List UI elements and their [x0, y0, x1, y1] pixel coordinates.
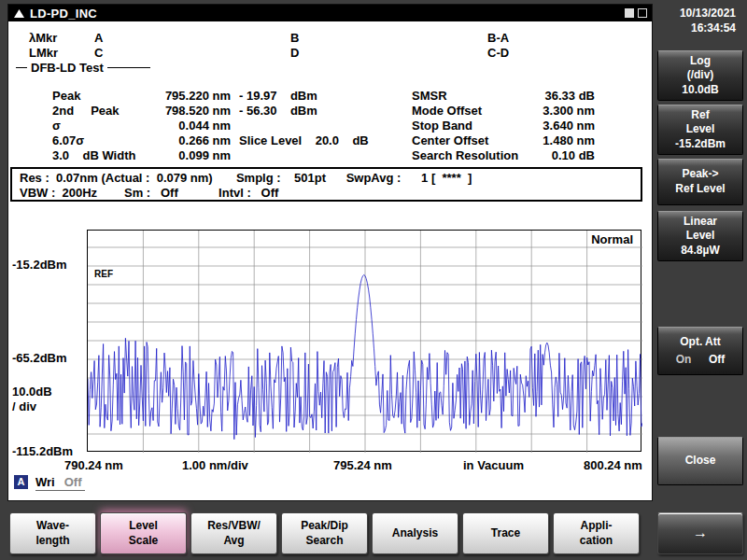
spectrum-trace [88, 231, 642, 453]
fkey-application[interactable]: Appli- cation [553, 512, 640, 554]
trace-mode-write: Wri [35, 475, 55, 489]
fkey-level-scale-line2: Scale [129, 534, 158, 549]
opt-att-toggle: On Off [658, 353, 742, 368]
fkey-peak-dip-search-line1: Peak/Dip [301, 519, 348, 534]
x-axis-center-label: 795.24 nm [333, 458, 392, 472]
measurement-window: LD-PD_INC λMkr A B B-A LMkr C D C-D DFB-… [7, 4, 653, 501]
date-text: 10/13/2021 [652, 6, 736, 21]
softkey-peak-to-ref-level[interactable]: Peak-> Ref Level [657, 159, 743, 205]
sigma-label: σ [52, 119, 61, 133]
section-rule-right [107, 67, 150, 68]
x-axis-start-label: 790.24 nm [64, 458, 123, 472]
y-axis-min-label: -115.2dBm [12, 444, 73, 458]
second-peak-level-value: - 56.30 dBm [239, 104, 317, 118]
datetime-display: 10/13/2021 16:34:54 [652, 6, 741, 35]
x-axis-stop-label: 800.24 nm [584, 458, 642, 472]
softkey-linear-line3: 84.8µW [681, 244, 720, 259]
trace-write-status: WriOff [35, 475, 85, 491]
fkey-trace[interactable]: Trace [462, 512, 549, 554]
softkey-close[interactable]: Close [657, 437, 743, 485]
peak-label: Peak [52, 89, 80, 103]
six-sigma-value: 0.266 nm [102, 133, 231, 147]
search-resolution-value: 0.10 dB [457, 148, 595, 162]
softkey-peakref-line2: Ref Level [675, 182, 725, 197]
window-title: LD-PD_INC [30, 7, 97, 21]
smsr-value: 36.33 dB [457, 89, 595, 103]
sigma-value: 0.044 nm [102, 119, 231, 133]
fkey-trace-line1: Trace [491, 526, 520, 541]
marker-b-a-label: B-A [487, 31, 509, 45]
softkey-ref-line3: -15.2dBm [675, 137, 726, 152]
level-marker-label: LMkr [29, 46, 58, 60]
smsr-label: SMSR [412, 89, 447, 103]
marker-c-label: C [94, 46, 103, 60]
marker-a-label: A [94, 31, 103, 45]
fkey-analysis-line1: Analysis [392, 526, 438, 541]
analysis-section-header: DFB-LD Test [16, 61, 150, 75]
fkey-res-vbw-avg[interactable]: Res/VBW/ Avg [190, 512, 277, 554]
fkey-wavelength-line2: length [36, 534, 70, 549]
fkey-analysis[interactable]: Analysis [372, 512, 458, 554]
second-peak-wavelength-value: 798.520 nm [102, 104, 231, 118]
time-text: 16:34:54 [652, 21, 736, 35]
softkey-linear-line1: Linear [684, 215, 717, 230]
ref-level-marker: REF [94, 269, 113, 279]
marker-row-wavelength: λMkr A B B-A [8, 31, 652, 45]
y-axis-div-label-1: 10.0dB [12, 385, 52, 399]
six-sigma-label: 6.07σ [52, 133, 84, 147]
width-3db-value: 0.099 nm [102, 148, 231, 162]
softkey-peakref-line1: Peak-> [682, 167, 718, 182]
marker-b-label: B [290, 31, 299, 45]
sweep-settings-line2: VBW : 200Hz Sm : Off Intvl : Off [20, 186, 278, 200]
marker-d-label: D [290, 46, 299, 60]
trace-state-off: Off [64, 475, 82, 489]
trace-mode-label: Normal [591, 232, 633, 246]
softkey-log-per-div[interactable]: Log (/div) 10.0dB [657, 50, 743, 101]
softkey-linear-level[interactable]: Linear Level 84.8µW [657, 211, 743, 261]
opt-att-label: Opt. Att [680, 335, 721, 350]
opt-att-on-option[interactable]: On [676, 353, 692, 368]
analysis-row-sigma: σ 0.044 nm Stop Band 3.640 nm [8, 119, 652, 133]
softkey-linear-line2: Level [686, 229, 715, 244]
analysis-row-peak: Peak 795.220 nm - 19.97 dBm SMSR 36.33 d… [8, 89, 652, 104]
softkey-ref-line1: Ref [691, 108, 709, 123]
analysis-row-3db-width: 3.0 dB Width 0.099 nm Search Resolution … [8, 148, 652, 163]
fkey-wavelength[interactable]: Wave- length [9, 512, 96, 554]
x-axis-medium-label: in Vacuum [463, 458, 524, 472]
window-restore-icon[interactable] [625, 8, 634, 18]
fkey-res-vbw-avg-line1: Res/VBW/ [207, 519, 261, 534]
y-axis-div-label-2: / div [12, 399, 36, 413]
analysis-row-2nd-peak: 2nd Peak 798.520 nm - 56.30 dBm Mode Off… [8, 104, 652, 119]
mode-offset-value: 3.300 nm [457, 104, 595, 118]
marker-row-level: LMkr C D C-D [8, 46, 652, 60]
title-bar: LD-PD_INC [8, 5, 652, 21]
fkey-level-scale[interactable]: Level Scale [100, 512, 187, 554]
spectrum-plot: Normal REF [87, 230, 641, 452]
softkey-opt-att[interactable]: Opt. Att On Off [657, 327, 743, 375]
fkey-application-line1: Appli- [581, 519, 613, 534]
softkey-log-line3: 10.0dB [682, 83, 718, 98]
trace-legend: A WriOff [14, 475, 85, 491]
softkey-log-line2: (/div) [687, 68, 714, 83]
sweep-settings-line1: Res : 0.07nm (Actual : 0.079 nm) Smplg :… [20, 171, 472, 185]
fkey-more-arrow[interactable]: → [657, 512, 743, 554]
fkey-peak-dip-search[interactable]: Peak/Dip Search [281, 512, 368, 554]
peak-wavelength-value: 795.220 nm [102, 89, 231, 103]
sweep-settings-box: Res : 0.07nm (Actual : 0.079 nm) Smplg :… [10, 167, 642, 202]
x-axis-div-label: 1.00 nm/div [182, 458, 248, 472]
marker-c-d-label: C-D [487, 46, 509, 60]
trace-a-badge[interactable]: A [14, 475, 28, 489]
softkey-ref-line2: Level [686, 122, 715, 137]
fkey-level-scale-line1: Level [129, 519, 158, 534]
y-axis-ref-label: -15.2dBm [12, 258, 67, 272]
stop-band-value: 3.640 nm [457, 119, 595, 133]
wavelength-marker-label: λMkr [29, 31, 57, 45]
app-logo-icon [13, 8, 25, 19]
slice-level-value: Slice Level 20.0 dB [239, 133, 369, 147]
fkey-wavelength-line1: Wave- [36, 519, 69, 534]
softkey-ref-level[interactable]: Ref Level -15.2dBm [657, 105, 743, 155]
section-rule-left [16, 67, 27, 68]
opt-att-off-option[interactable]: Off [709, 353, 725, 368]
window-maximize-icon[interactable] [638, 8, 647, 18]
analysis-section-title: DFB-LD Test [31, 61, 104, 75]
